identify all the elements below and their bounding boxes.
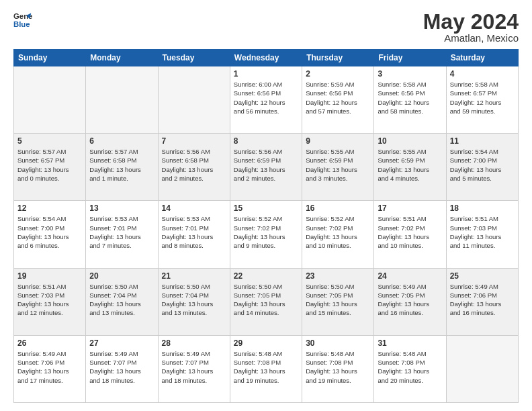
page: General Blue May 2024 Amatlan, Mexico Su… <box>0 0 532 411</box>
day-number: 20 <box>89 271 154 281</box>
day-info: Sunrise: 5:52 AMSunset: 7:02 PMDaylight:… <box>234 214 298 250</box>
day-number: 12 <box>17 203 82 213</box>
table-row: 18Sunrise: 5:51 AMSunset: 7:03 PMDayligh… <box>446 201 518 268</box>
day-number: 8 <box>234 136 298 146</box>
day-info: Sunrise: 5:49 AMSunset: 7:05 PMDaylight:… <box>378 282 442 318</box>
calendar-week-5: 26Sunrise: 5:49 AMSunset: 7:06 PMDayligh… <box>14 335 519 402</box>
table-row: 10Sunrise: 5:55 AMSunset: 6:59 PMDayligh… <box>374 134 446 201</box>
day-info: Sunrise: 5:59 AMSunset: 6:56 PMDaylight:… <box>306 80 370 116</box>
table-row <box>14 66 86 134</box>
day-number: 9 <box>306 136 370 146</box>
header: General Blue May 2024 Amatlan, Mexico <box>13 11 519 44</box>
day-number: 14 <box>162 203 226 213</box>
col-saturday: Saturday <box>446 50 518 66</box>
day-number: 7 <box>162 136 226 146</box>
subtitle: Amatlan, Mexico <box>423 32 519 44</box>
table-row: 25Sunrise: 5:49 AMSunset: 7:06 PMDayligh… <box>446 268 518 335</box>
day-info: Sunrise: 5:50 AMSunset: 7:05 PMDaylight:… <box>306 282 370 318</box>
table-row <box>158 66 230 134</box>
main-title: May 2024 <box>423 11 519 32</box>
table-row: 5Sunrise: 5:57 AMSunset: 6:57 PMDaylight… <box>14 134 86 201</box>
day-number: 2 <box>306 69 370 79</box>
day-number: 1 <box>234 69 298 79</box>
day-info: Sunrise: 5:54 AMSunset: 7:00 PMDaylight:… <box>450 147 515 183</box>
table-row: 31Sunrise: 5:48 AMSunset: 7:08 PMDayligh… <box>374 335 446 402</box>
day-number: 21 <box>162 271 226 281</box>
calendar-week-3: 12Sunrise: 5:54 AMSunset: 7:00 PMDayligh… <box>14 201 519 268</box>
table-row: 19Sunrise: 5:51 AMSunset: 7:03 PMDayligh… <box>14 268 86 335</box>
day-number: 25 <box>450 271 515 281</box>
day-number: 27 <box>89 338 154 348</box>
table-row: 27Sunrise: 5:49 AMSunset: 7:07 PMDayligh… <box>86 335 158 402</box>
day-number: 23 <box>306 271 370 281</box>
day-number: 15 <box>234 203 298 213</box>
day-number: 19 <box>17 271 82 281</box>
day-info: Sunrise: 5:49 AMSunset: 7:06 PMDaylight:… <box>17 349 82 385</box>
title-block: May 2024 Amatlan, Mexico <box>423 11 519 44</box>
day-info: Sunrise: 5:58 AMSunset: 6:57 PMDaylight:… <box>450 80 515 116</box>
table-row <box>446 335 518 402</box>
day-info: Sunrise: 5:57 AMSunset: 6:58 PMDaylight:… <box>89 147 154 183</box>
day-number: 5 <box>17 136 82 146</box>
col-sunday: Sunday <box>14 50 86 66</box>
col-wednesday: Wednesday <box>230 50 302 66</box>
day-info: Sunrise: 5:52 AMSunset: 7:02 PMDaylight:… <box>306 214 370 250</box>
table-row: 16Sunrise: 5:52 AMSunset: 7:02 PMDayligh… <box>302 201 374 268</box>
day-info: Sunrise: 5:51 AMSunset: 7:03 PMDaylight:… <box>17 282 82 318</box>
day-info: Sunrise: 5:51 AMSunset: 7:02 PMDaylight:… <box>378 214 442 250</box>
day-info: Sunrise: 5:48 AMSunset: 7:08 PMDaylight:… <box>234 349 298 385</box>
table-row: 13Sunrise: 5:53 AMSunset: 7:01 PMDayligh… <box>86 201 158 268</box>
day-info: Sunrise: 5:54 AMSunset: 7:00 PMDaylight:… <box>17 214 82 250</box>
day-info: Sunrise: 5:48 AMSunset: 7:08 PMDaylight:… <box>306 349 370 385</box>
calendar-week-1: 1Sunrise: 6:00 AMSunset: 6:56 PMDaylight… <box>14 66 519 134</box>
table-row: 20Sunrise: 5:50 AMSunset: 7:04 PMDayligh… <box>86 268 158 335</box>
day-info: Sunrise: 5:49 AMSunset: 7:07 PMDaylight:… <box>162 349 226 385</box>
table-row: 2Sunrise: 5:59 AMSunset: 6:56 PMDaylight… <box>302 66 374 134</box>
table-row: 7Sunrise: 5:56 AMSunset: 6:58 PMDaylight… <box>158 134 230 201</box>
day-info: Sunrise: 5:50 AMSunset: 7:05 PMDaylight:… <box>234 282 298 318</box>
table-row: 30Sunrise: 5:48 AMSunset: 7:08 PMDayligh… <box>302 335 374 402</box>
day-number: 11 <box>450 136 515 146</box>
day-number: 16 <box>306 203 370 213</box>
table-row: 21Sunrise: 5:50 AMSunset: 7:04 PMDayligh… <box>158 268 230 335</box>
table-row: 14Sunrise: 5:53 AMSunset: 7:01 PMDayligh… <box>158 201 230 268</box>
table-row: 12Sunrise: 5:54 AMSunset: 7:00 PMDayligh… <box>14 201 86 268</box>
day-info: Sunrise: 5:49 AMSunset: 7:07 PMDaylight:… <box>89 349 154 385</box>
table-row: 22Sunrise: 5:50 AMSunset: 7:05 PMDayligh… <box>230 268 302 335</box>
table-row <box>86 66 158 134</box>
table-row: 11Sunrise: 5:54 AMSunset: 7:00 PMDayligh… <box>446 134 518 201</box>
day-info: Sunrise: 5:50 AMSunset: 7:04 PMDaylight:… <box>162 282 226 318</box>
day-info: Sunrise: 6:00 AMSunset: 6:56 PMDaylight:… <box>234 80 298 116</box>
day-info: Sunrise: 5:50 AMSunset: 7:04 PMDaylight:… <box>89 282 154 318</box>
table-row: 8Sunrise: 5:56 AMSunset: 6:59 PMDaylight… <box>230 134 302 201</box>
table-row: 9Sunrise: 5:55 AMSunset: 6:59 PMDaylight… <box>302 134 374 201</box>
day-number: 24 <box>378 271 442 281</box>
day-info: Sunrise: 5:53 AMSunset: 7:01 PMDaylight:… <box>162 214 226 250</box>
day-info: Sunrise: 5:58 AMSunset: 6:56 PMDaylight:… <box>378 80 442 116</box>
calendar-table: Sunday Monday Tuesday Wednesday Thursday… <box>13 49 519 403</box>
table-row: 3Sunrise: 5:58 AMSunset: 6:56 PMDaylight… <box>374 66 446 134</box>
day-number: 10 <box>378 136 442 146</box>
table-row: 1Sunrise: 6:00 AMSunset: 6:56 PMDaylight… <box>230 66 302 134</box>
day-number: 4 <box>450 69 515 79</box>
day-info: Sunrise: 5:49 AMSunset: 7:06 PMDaylight:… <box>450 282 515 318</box>
table-row: 23Sunrise: 5:50 AMSunset: 7:05 PMDayligh… <box>302 268 374 335</box>
day-info: Sunrise: 5:53 AMSunset: 7:01 PMDaylight:… <box>89 214 154 250</box>
day-number: 29 <box>234 338 298 348</box>
day-number: 17 <box>378 203 442 213</box>
day-info: Sunrise: 5:51 AMSunset: 7:03 PMDaylight:… <box>450 214 515 250</box>
table-row: 29Sunrise: 5:48 AMSunset: 7:08 PMDayligh… <box>230 335 302 402</box>
svg-text:Blue: Blue <box>13 20 30 28</box>
table-row: 15Sunrise: 5:52 AMSunset: 7:02 PMDayligh… <box>230 201 302 268</box>
header-row: Sunday Monday Tuesday Wednesday Thursday… <box>14 50 519 66</box>
day-info: Sunrise: 5:48 AMSunset: 7:08 PMDaylight:… <box>378 349 442 385</box>
day-info: Sunrise: 5:57 AMSunset: 6:57 PMDaylight:… <box>17 147 82 183</box>
table-row: 6Sunrise: 5:57 AMSunset: 6:58 PMDaylight… <box>86 134 158 201</box>
calendar-week-2: 5Sunrise: 5:57 AMSunset: 6:57 PMDaylight… <box>14 134 519 201</box>
day-info: Sunrise: 5:55 AMSunset: 6:59 PMDaylight:… <box>306 147 370 183</box>
day-number: 31 <box>378 338 442 348</box>
table-row: 26Sunrise: 5:49 AMSunset: 7:06 PMDayligh… <box>14 335 86 402</box>
day-info: Sunrise: 5:56 AMSunset: 6:59 PMDaylight:… <box>234 147 298 183</box>
col-monday: Monday <box>86 50 158 66</box>
day-number: 26 <box>17 338 82 348</box>
